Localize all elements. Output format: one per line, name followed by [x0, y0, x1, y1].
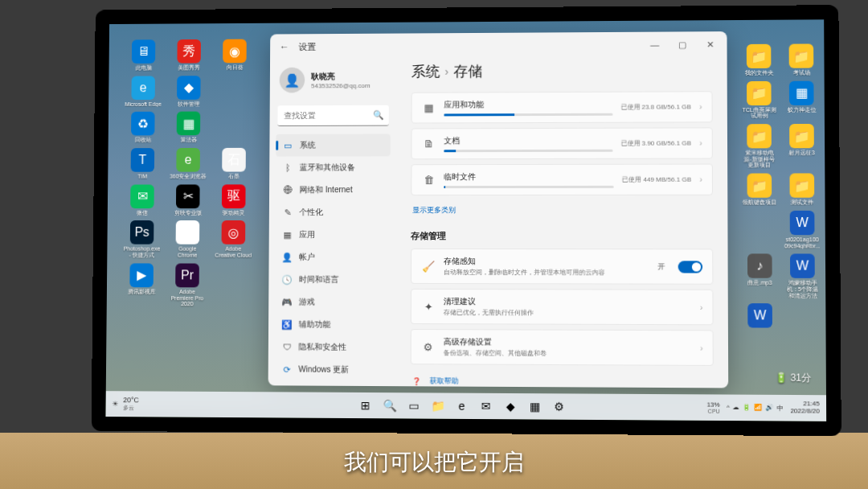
- desktop-icon[interactable]: 驱驱动精灵: [215, 184, 252, 216]
- weather-widget[interactable]: ☀ 20°C 多云: [112, 396, 139, 412]
- toggle-switch[interactable]: [678, 261, 702, 273]
- taskbar-app[interactable]: 🔍: [379, 395, 400, 416]
- nav-icon: ▭: [282, 140, 293, 150]
- app-icon: W: [747, 303, 772, 327]
- desktop-icon[interactable]: 石石墨: [215, 148, 252, 179]
- mgmt-card[interactable]: 🧹 存储感知 自动释放空间，删除临时文件，并管理本地可用的云内容开: [411, 249, 713, 285]
- icon-label: 我的文件夹: [744, 70, 773, 76]
- nav-item[interactable]: ⟳Windows 更新: [275, 358, 390, 381]
- desktop-icon[interactable]: 📁射月远征3: [784, 124, 820, 169]
- desktop-icon[interactable]: ▦算法器: [170, 112, 207, 143]
- icon-label: 剪映专业版: [174, 210, 201, 216]
- desktop-icon[interactable]: [215, 76, 253, 107]
- help-icon: ❓: [412, 377, 424, 385]
- nav-item[interactable]: ✎个性化: [276, 201, 391, 224]
- desktop-icon[interactable]: eMicrosoft Edge: [125, 76, 162, 107]
- nav-item[interactable]: 🕓时间和语言: [275, 269, 390, 291]
- help-label: 获取帮助: [430, 376, 459, 386]
- desktop-icon[interactable]: ♻回收站: [124, 112, 162, 143]
- icon-label: Adobe Creative Cloud: [215, 246, 252, 258]
- user-block[interactable]: 👤 耿晓亮 543532526@qq.com: [276, 62, 391, 104]
- desktop-icon[interactable]: ▶腾讯影视库: [122, 263, 160, 307]
- desktop-icon[interactable]: 📁TCL曲面屏测试用例: [741, 81, 777, 120]
- desktop-icon[interactable]: [742, 211, 778, 249]
- taskbar-app[interactable]: ◆: [500, 396, 521, 417]
- tray-icon[interactable]: 🔊: [766, 403, 774, 412]
- tray-icon[interactable]: 🔋: [743, 403, 751, 412]
- taskbar-app[interactable]: e: [452, 396, 473, 417]
- icon-label: 此电脑: [135, 65, 152, 72]
- desktop-icon[interactable]: 📁我的文件夹: [741, 44, 777, 76]
- avatar: 👤: [280, 68, 305, 93]
- desktop-icon[interactable]: 🖥此电脑: [125, 39, 162, 71]
- desktop-icon[interactable]: PsPhotoshop.exe - 快捷方式: [123, 220, 161, 258]
- desktop-icon[interactable]: 📁考试场: [783, 43, 819, 76]
- taskbar-app[interactable]: ▭: [403, 395, 424, 416]
- desktop-icon[interactable]: ◎Adobe Creative Cloud: [215, 220, 253, 258]
- app-icon: 📁: [789, 124, 814, 148]
- app-icon: 📁: [789, 174, 814, 198]
- app-icon: ◉: [223, 39, 247, 64]
- desktop-icon[interactable]: 📁紫米移动电源-新版样号更新项目: [741, 124, 777, 168]
- minimize-button[interactable]: —: [641, 34, 669, 56]
- desktop-icon[interactable]: ◆软件管理: [170, 76, 207, 107]
- maximize-button[interactable]: ▢: [669, 33, 696, 55]
- desktop-icon[interactable]: ♪曲意.mp3: [742, 254, 778, 299]
- desktop-icon[interactable]: ▦蚁力神走位: [784, 80, 820, 119]
- taskbar-app[interactable]: ⚙: [548, 396, 569, 417]
- nav-item[interactable]: 🌐︎网络和 Internet: [276, 179, 391, 201]
- chevron-right-icon: ›: [444, 65, 448, 78]
- nav-item[interactable]: 🛡隐私和安全性: [275, 335, 390, 359]
- nav-item[interactable]: ᛒ蓝牙和其他设备: [276, 156, 391, 179]
- nav-item[interactable]: 🎮游戏: [275, 291, 390, 314]
- icon-label: 美图秀秀: [178, 64, 199, 71]
- desktop-icon[interactable]: W: [742, 303, 778, 330]
- storage-card[interactable]: ▦ 应用和功能 已使用 23.8 GB/56.1 GB ›: [411, 91, 713, 123]
- nav-item[interactable]: ♿辅助功能: [275, 313, 390, 335]
- desktop-icon[interactable]: [215, 112, 253, 143]
- app-icon: [223, 76, 247, 100]
- desktop-icon[interactable]: ◉向日葵: [215, 39, 253, 71]
- desktop-icon[interactable]: Wst0201ag100 09c94ghRbr...: [784, 211, 821, 249]
- back-button[interactable]: ←: [273, 35, 296, 58]
- taskbar-app[interactable]: ▦: [524, 396, 545, 417]
- app-icon: ✂: [176, 184, 200, 208]
- tray-icon[interactable]: ☁: [733, 403, 739, 412]
- tray-icon[interactable]: 📶: [754, 403, 762, 412]
- nav-label: 游戏: [299, 297, 315, 308]
- help-link[interactable]: ❓获取帮助: [411, 372, 714, 388]
- taskbar-app[interactable]: ✉: [476, 396, 497, 417]
- clock[interactable]: 21:45 2022/8/20: [790, 401, 820, 415]
- icon-label: 微信: [137, 210, 148, 216]
- nav-item[interactable]: ▦应用: [276, 224, 391, 246]
- mgmt-card[interactable]: ✦ 清理建议 存储已优化，无需执行任何操作›: [411, 289, 714, 325]
- desktop-icon[interactable]: TTIM: [124, 148, 162, 179]
- desktop-icon[interactable]: 秀美图秀秀: [170, 39, 208, 71]
- nav-item[interactable]: ▭系统: [276, 134, 390, 157]
- storage-card[interactable]: 🗑 临时文件 已使用 449 MB/56.1 GB ›: [411, 164, 713, 196]
- desktop-icon[interactable]: ✂剪映专业版: [169, 184, 207, 216]
- cpu-meter[interactable]: 13% CPU: [706, 401, 719, 414]
- nav-label: 网络和 Internet: [300, 184, 353, 195]
- close-button[interactable]: ✕: [696, 33, 723, 55]
- nav-icon: ᛒ: [282, 163, 293, 173]
- taskbar-app[interactable]: 📁: [427, 395, 448, 416]
- desktop-icon[interactable]: 📁领航键盘项目: [741, 174, 777, 206]
- breadcrumb-parent[interactable]: 系统: [411, 62, 440, 81]
- desktop-icon[interactable]: 📁测试文件: [784, 174, 820, 206]
- desktop-icon[interactable]: ✉微信: [123, 184, 161, 216]
- desktop-icon[interactable]: e360安全浏览器: [169, 148, 207, 179]
- desktop-icon[interactable]: ◯Google Chrome: [169, 220, 207, 258]
- mgmt-card[interactable]: ⚙ 高级存储设置 备份选项、存储空间、其他磁盘和卷›: [411, 329, 714, 366]
- taskbar-app[interactable]: ⊞: [355, 395, 376, 416]
- tray-icon[interactable]: ^: [727, 403, 730, 412]
- desktop-icon[interactable]: W鸿蒙移动手机：5个降温和清运方法: [784, 254, 821, 299]
- desktop-icon[interactable]: PrAdobe Premiere Pro 2020: [168, 263, 207, 307]
- nav-item[interactable]: 👤帐户: [275, 246, 390, 269]
- nav-label: Windows 更新: [298, 364, 349, 375]
- tray-icon[interactable]: 中: [777, 404, 784, 413]
- usage-text: 已使用 449 MB/56.1 GB: [622, 175, 691, 184]
- storage-card[interactable]: 🗎 文档 已使用 3.90 GB/56.1 GB ›: [411, 127, 712, 159]
- taskbar: ☀ 20°C 多云 ⊞🔍▭📁e✉◆▦⚙ 13% CPU ^☁🔋📶🔊中 21:45…: [105, 391, 826, 421]
- show-more-link[interactable]: 显示更多类别: [411, 200, 713, 225]
